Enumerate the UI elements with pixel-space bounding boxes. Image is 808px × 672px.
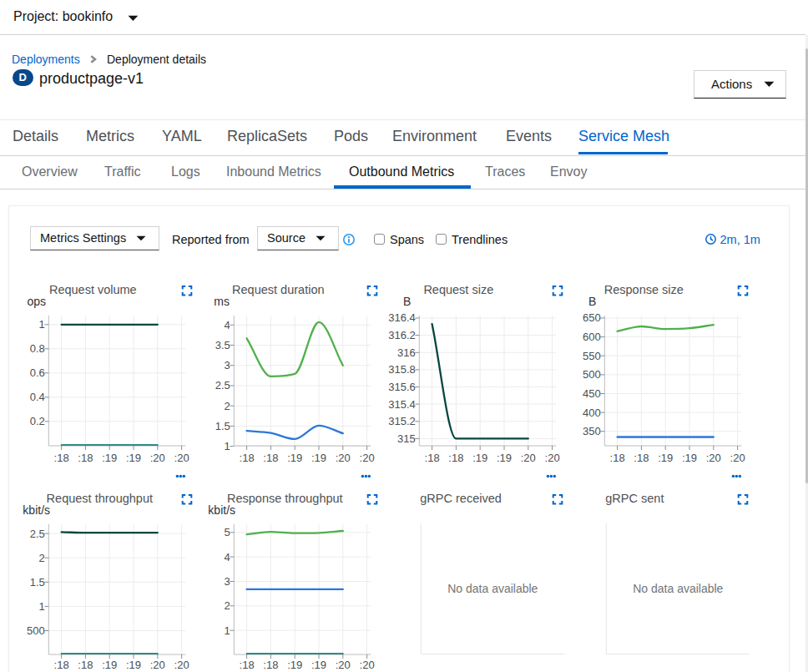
svg-text:1.5: 1.5: [215, 420, 230, 432]
svg-text::18: :18: [78, 659, 93, 671]
svg-text:316.4: 316.4: [388, 311, 416, 324]
svg-text:315.8: 315.8: [388, 363, 416, 376]
svg-text::18: :18: [54, 452, 69, 464]
svg-text:3.5: 3.5: [215, 339, 230, 351]
svg-text::18: :18: [634, 452, 649, 464]
svg-text::19: :19: [287, 659, 302, 671]
svg-text:gRPC received: gRPC received: [420, 492, 502, 505]
svg-text:1: 1: [225, 440, 230, 452]
svg-text:2.5: 2.5: [30, 528, 45, 540]
svg-text:550: 550: [583, 350, 601, 362]
svg-text:316.2: 316.2: [388, 329, 416, 341]
svg-text::20: :20: [521, 452, 536, 464]
svg-text::19: :19: [287, 452, 302, 464]
svg-text:1.5: 1.5: [30, 576, 45, 589]
svg-text:gRPC sent: gRPC sent: [605, 492, 664, 505]
svg-text:4: 4: [225, 551, 230, 563]
svg-text:315.2: 315.2: [388, 415, 416, 427]
svg-text:315.4: 315.4: [388, 398, 416, 411]
svg-text:2: 2: [39, 552, 45, 564]
svg-text:B: B: [588, 295, 596, 308]
svg-text::20: :20: [545, 452, 560, 464]
svg-text:315: 315: [397, 432, 416, 445]
svg-text::19: :19: [311, 452, 326, 464]
svg-text::18: :18: [610, 452, 625, 464]
svg-text:316: 316: [397, 346, 416, 359]
svg-text::18: :18: [425, 452, 440, 464]
svg-text:350: 350: [583, 425, 601, 437]
svg-text::20: :20: [336, 452, 351, 464]
svg-text::20: :20: [150, 452, 165, 464]
svg-text::19: :19: [472, 452, 487, 464]
svg-text::19: :19: [126, 659, 141, 671]
svg-text:500: 500: [583, 368, 601, 381]
svg-text:kbit/s: kbit/s: [208, 503, 235, 517]
svg-text:ops: ops: [27, 295, 46, 308]
svg-text:650: 650: [583, 311, 601, 324]
svg-text:Request throughput: Request throughput: [47, 492, 153, 505]
svg-text::18: :18: [263, 659, 278, 671]
svg-text:kbit/s: kbit/s: [23, 503, 50, 517]
svg-text::20: :20: [706, 452, 721, 464]
svg-text:2: 2: [225, 400, 230, 412]
svg-text::20: :20: [174, 452, 189, 464]
svg-text::20: :20: [174, 659, 189, 671]
svg-text::18: :18: [78, 452, 93, 464]
svg-text::19: :19: [126, 452, 141, 464]
svg-text:450: 450: [583, 387, 601, 400]
svg-text:1: 1: [39, 600, 45, 613]
svg-text:1: 1: [39, 318, 45, 331]
svg-text::18: :18: [54, 659, 69, 671]
svg-text:Request size: Request size: [423, 283, 493, 296]
svg-text::20: :20: [360, 659, 375, 671]
svg-text:600: 600: [583, 331, 601, 343]
svg-text:500: 500: [27, 624, 45, 637]
svg-text::18: :18: [263, 452, 278, 464]
svg-text:No data available: No data available: [447, 582, 538, 595]
svg-text::18: :18: [448, 452, 463, 464]
svg-text::20: :20: [360, 452, 375, 464]
svg-text:2: 2: [225, 599, 230, 612]
svg-text:315.6: 315.6: [388, 381, 416, 393]
svg-text:0.6: 0.6: [30, 366, 45, 379]
svg-text::19: :19: [102, 452, 117, 464]
svg-text::18: :18: [240, 659, 255, 671]
svg-text::18: :18: [240, 452, 255, 464]
svg-text:Request volume: Request volume: [49, 283, 137, 296]
svg-text:Request duration: Request duration: [232, 283, 324, 296]
svg-text::19: :19: [682, 452, 697, 464]
svg-text:2.5: 2.5: [215, 379, 230, 392]
svg-text:3: 3: [225, 359, 230, 371]
svg-text:400: 400: [583, 407, 601, 419]
svg-text::20: :20: [336, 659, 351, 671]
svg-text:0.8: 0.8: [30, 342, 45, 355]
svg-text:3: 3: [225, 575, 230, 588]
svg-text::20: :20: [150, 659, 165, 671]
svg-text:5: 5: [225, 526, 230, 538]
svg-text::19: :19: [658, 452, 673, 464]
svg-text::20: :20: [730, 452, 745, 464]
svg-text::19: :19: [102, 659, 117, 671]
svg-text:0.2: 0.2: [30, 415, 45, 427]
svg-text:Response size: Response size: [604, 283, 684, 296]
svg-text:1: 1: [225, 624, 230, 637]
svg-text:4: 4: [225, 319, 230, 331]
svg-text:No data available: No data available: [633, 582, 723, 595]
svg-text:ms: ms: [214, 295, 230, 308]
svg-text:0.4: 0.4: [30, 391, 45, 403]
svg-text::19: :19: [311, 659, 326, 671]
svg-text:Response throughput: Response throughput: [227, 492, 343, 505]
svg-text:B: B: [403, 295, 411, 308]
svg-text::19: :19: [497, 452, 512, 464]
